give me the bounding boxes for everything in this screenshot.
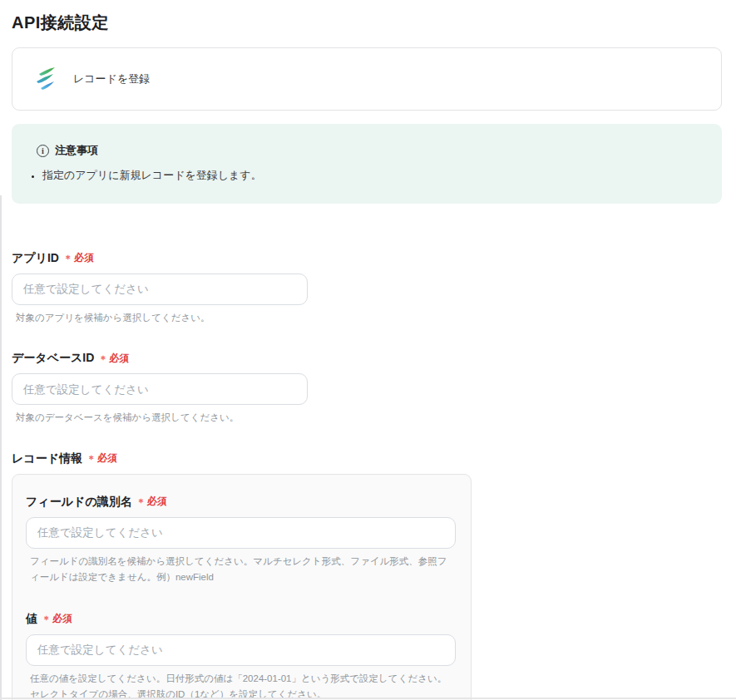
field-group-database-id: データベースID ＊ 必須 対象のデータベースを候補から選択してください。 (12, 351, 723, 426)
info-icon: i (37, 145, 49, 157)
field-label-row: データベースID ＊ 必須 (12, 351, 723, 366)
value-help: 任意の値を設定してください。日付形式の値は「2024-01-01」という形式で設… (30, 671, 456, 700)
required-label: 必須 (147, 495, 167, 509)
notice-title: 注意事項 (55, 143, 98, 158)
required-asterisk: ＊ (86, 452, 96, 466)
field-code-help: フィールドの識別名を候補から選択してください。マルチセレクト形式、ファイル形式、… (30, 554, 456, 586)
notice-box: i 注意事項 指定のアプリに新規レコードを登録します。 (12, 124, 722, 204)
required-label: 必須 (52, 612, 72, 626)
field-label-row: フィールドの識別名 ＊ 必須 (26, 495, 456, 510)
field-label-field-code: フィールドの識別名 (26, 495, 132, 510)
required-badge: ＊ 必須 (136, 495, 167, 509)
field-label-record-info: レコード情報 (12, 451, 82, 466)
field-label-row: レコード情報 ＊ 必須 (12, 451, 723, 466)
app-id-input[interactable] (12, 274, 308, 305)
api-settings-page: API接続設定 レコードを登録 (0, 0, 736, 700)
required-asterisk: ＊ (136, 495, 146, 510)
field-label-database-id: データベースID (12, 351, 94, 366)
field-label-app-id: アプリID (12, 251, 59, 266)
field-group-field-code: フィールドの識別名 ＊ 必須 フィールドの識別名を候補から選択してください。マル… (26, 495, 456, 586)
app-id-help: 対象のアプリを候補から選択してください。 (16, 310, 723, 327)
action-card-label: レコードを登録 (73, 71, 150, 86)
notice-header: i 注意事項 (37, 143, 702, 158)
database-id-input[interactable] (12, 373, 308, 405)
notice-item: 指定のアプリに新規レコードを登録します。 (42, 167, 702, 184)
required-badge: ＊ 必須 (98, 352, 129, 366)
action-card-register-record[interactable]: レコードを登録 (12, 47, 722, 111)
field-label-value: 値 (26, 612, 37, 627)
record-info-panel: フィールドの識別名 ＊ 必須 フィールドの識別名を候補から選択してください。マル… (12, 474, 472, 700)
field-label-row: 値 ＊ 必須 (26, 612, 456, 627)
required-badge: ＊ 必須 (42, 612, 72, 626)
flow-logo-icon (34, 67, 57, 91)
field-group-value: 値 ＊ 必須 任意の値を設定してください。日付形式の値は「2024-01-01」… (26, 612, 456, 700)
required-badge: ＊ 必須 (63, 251, 94, 265)
field-label-row: アプリID ＊ 必須 (12, 251, 723, 266)
field-code-input[interactable] (26, 517, 456, 549)
notice-list: 指定のアプリに新規レコードを登録します。 (28, 167, 702, 184)
required-asterisk: ＊ (63, 252, 73, 266)
field-group-app-id: アプリID ＊ 必須 対象のアプリを候補から選択してください。 (12, 251, 723, 327)
field-group-record-info: レコード情報 ＊ 必須 フィールドの識別名 ＊ 必須 フィールドの識別名を候補か… (12, 451, 723, 700)
required-label: 必須 (109, 352, 129, 366)
required-badge: ＊ 必須 (86, 451, 117, 466)
database-id-help: 対象のデータベースを候補から選択してください。 (16, 410, 723, 426)
required-label: 必須 (97, 451, 117, 466)
required-asterisk: ＊ (98, 352, 108, 367)
container-left-border (0, 195, 2, 700)
value-input[interactable] (26, 634, 456, 666)
required-label: 必須 (74, 251, 94, 265)
required-asterisk: ＊ (42, 613, 52, 627)
page-title: API接続設定 (12, 12, 723, 34)
container-bottom-border (0, 698, 736, 699)
